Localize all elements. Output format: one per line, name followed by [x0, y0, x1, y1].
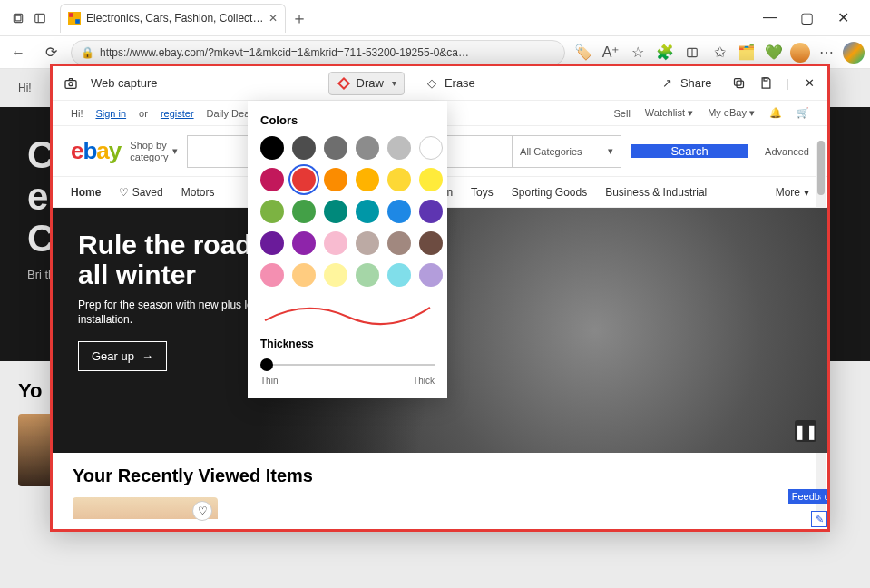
chevron-down-icon: ▾ — [392, 78, 396, 88]
color-swatch[interactable] — [419, 136, 443, 160]
color-swatch[interactable] — [387, 168, 411, 191]
collections-split-icon[interactable] — [681, 42, 703, 64]
color-swatch[interactable] — [324, 168, 347, 191]
nav-sporting[interactable]: Sporting Goods — [512, 186, 587, 199]
color-swatch[interactable] — [419, 168, 443, 191]
watchlist-dropdown[interactable]: Watchlist ▾ — [645, 107, 693, 119]
color-swatch[interactable] — [356, 200, 379, 223]
color-swatch[interactable] — [356, 136, 379, 160]
myebay-dropdown[interactable]: My eBay ▾ — [708, 107, 755, 119]
profile-avatar[interactable] — [790, 43, 810, 63]
colors-heading: Colors — [260, 113, 435, 127]
color-swatch[interactable] — [260, 136, 284, 160]
refresh-button[interactable]: ⟳ — [38, 40, 64, 65]
shop-by-category[interactable]: Shop bycategory▾ — [130, 140, 177, 162]
gear-up-button[interactable]: Gear up→ — [78, 341, 167, 371]
collections-icon[interactable]: 🗂️ — [736, 42, 758, 64]
close-capture-button[interactable]: ✕ — [802, 76, 816, 91]
tab-sidebar-icon[interactable] — [31, 9, 49, 27]
read-aloud-icon[interactable]: A⁺ — [600, 42, 621, 64]
svg-rect-6 — [75, 19, 80, 24]
register-link[interactable]: register — [161, 108, 194, 119]
color-palette — [260, 136, 435, 287]
category-select[interactable]: All Categories▾ — [512, 136, 621, 167]
color-swatch[interactable] — [292, 231, 316, 255]
thickness-heading: Thickness — [260, 338, 435, 350]
color-swatch[interactable] — [419, 231, 443, 255]
recent-item-tile[interactable]: ♡ — [73, 497, 218, 519]
favorites-bar-icon[interactable]: ✩ — [709, 42, 730, 64]
signin-link[interactable]: Sign in — [95, 108, 126, 119]
browser-titlebar: Electronics, Cars, Fashion, Collect… ✕ ＋… — [0, 0, 870, 36]
share-button[interactable]: ↗ Share — [653, 73, 719, 94]
draw-settings-popup: Colors Thickness Thin Thick — [248, 101, 447, 398]
save-button[interactable] — [759, 76, 774, 91]
minimize-button[interactable]: — — [759, 9, 781, 26]
color-swatch[interactable] — [387, 200, 411, 223]
capture-toolbar: Web capture Draw ▾ ◇ Erase ↗ Share | ✕ — [53, 66, 827, 101]
advanced-link[interactable]: Advanced — [765, 146, 809, 157]
sell-link[interactable]: Sell — [614, 108, 631, 119]
nav-toys[interactable]: Toys — [471, 186, 494, 199]
back-button[interactable]: ← — [5, 40, 31, 65]
thickness-slider[interactable] — [260, 358, 435, 372]
color-swatch[interactable] — [260, 168, 284, 191]
close-tab-icon[interactable]: ✕ — [269, 12, 278, 24]
browser-tab[interactable]: Electronics, Cars, Fashion, Collect… ✕ — [60, 4, 286, 33]
tab-actions-icon[interactable] — [9, 9, 27, 27]
stroke-preview — [260, 299, 435, 328]
extensions-icon[interactable]: 🧩 — [654, 42, 676, 64]
search-button[interactable]: Search — [631, 144, 748, 158]
camera-icon — [64, 76, 78, 91]
nav-more[interactable]: More ▾ — [776, 186, 809, 199]
color-swatch[interactable] — [387, 136, 411, 160]
ebay-logo[interactable]: ebay — [71, 137, 121, 165]
color-swatch[interactable] — [324, 136, 347, 160]
shopping-assistant-icon[interactable]: 💚 — [763, 42, 785, 64]
nav-motors[interactable]: Motors — [181, 186, 215, 199]
color-swatch[interactable] — [292, 136, 316, 160]
color-swatch[interactable] — [324, 200, 347, 223]
color-swatch[interactable] — [292, 168, 316, 191]
new-tab-button[interactable]: ＋ — [291, 7, 308, 29]
heart-icon[interactable]: ♡ — [192, 501, 212, 521]
bell-icon[interactable]: 🔔 — [769, 107, 782, 119]
svg-rect-1 — [15, 15, 21, 21]
color-swatch[interactable] — [260, 231, 284, 255]
feedback-edit-icon[interactable]: ✎ — [811, 511, 827, 527]
favorite-icon[interactable]: ☆ — [627, 42, 649, 64]
nav-home[interactable]: Home — [71, 186, 101, 199]
url-text: https://www.ebay.com/?mkevt=1&mkcid=1&mk… — [100, 46, 555, 59]
color-swatch[interactable] — [292, 263, 316, 287]
capture-title: Web capture — [91, 76, 157, 90]
color-swatch[interactable] — [419, 263, 443, 287]
nav-saved[interactable]: ♡ Saved — [119, 186, 162, 199]
pause-carousel-button[interactable]: ❚❚ — [795, 420, 816, 442]
color-swatch[interactable] — [324, 263, 347, 287]
shopping-tag-icon[interactable]: 🏷️ — [572, 42, 594, 64]
draw-tool-button[interactable]: Draw ▾ — [328, 72, 405, 95]
color-swatch[interactable] — [324, 231, 347, 255]
color-swatch[interactable] — [356, 263, 379, 287]
color-swatch[interactable] — [260, 200, 284, 223]
more-menu-icon[interactable]: ⋯ — [816, 42, 837, 64]
color-swatch[interactable] — [419, 200, 443, 223]
maximize-button[interactable]: ▢ — [796, 9, 817, 26]
color-swatch[interactable] — [260, 263, 284, 287]
nav-business[interactable]: Business & Industrial — [605, 186, 707, 199]
color-swatch[interactable] — [292, 200, 316, 223]
lock-icon: 🔒 — [81, 46, 94, 59]
color-swatch[interactable] — [356, 231, 379, 255]
copilot-icon[interactable] — [843, 42, 865, 64]
cart-icon[interactable]: 🛒 — [797, 107, 809, 119]
color-swatch[interactable] — [387, 231, 411, 255]
recent-title: Your Recently Viewed Items — [73, 466, 807, 486]
url-box[interactable]: 🔒 https://www.ebay.com/?mkevt=1&mkcid=1&… — [71, 40, 565, 65]
svg-rect-13 — [764, 78, 767, 81]
color-swatch[interactable] — [387, 263, 411, 287]
close-window-button[interactable]: ✕ — [832, 9, 854, 26]
color-swatch[interactable] — [356, 168, 379, 191]
copy-button[interactable] — [732, 76, 747, 91]
svg-rect-12 — [735, 79, 742, 86]
erase-tool-button[interactable]: ◇ Erase — [417, 73, 483, 94]
